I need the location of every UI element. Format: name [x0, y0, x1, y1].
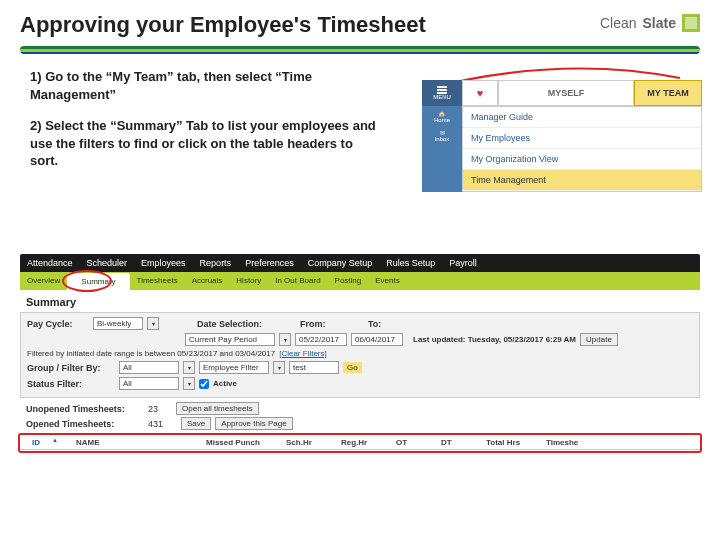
nav-menu-label: MENU — [433, 94, 451, 100]
to-date-input[interactable]: 06/04/2017 — [351, 333, 403, 346]
subtab-summary-label: Summary — [74, 273, 122, 290]
instructions: 1) Go to the “My Team” tab, then select … — [0, 54, 410, 190]
col-sch-hr[interactable]: Sch.Hr — [280, 436, 335, 449]
nav-link-org-view[interactable]: My Organization View — [463, 149, 701, 170]
brand-box-icon — [682, 14, 700, 32]
opened-value: 431 — [148, 419, 163, 429]
subtab-posting[interactable]: Posting — [328, 272, 369, 290]
nav-home[interactable]: 🏠 Home — [434, 110, 450, 123]
status-filter-select[interactable]: All — [119, 377, 179, 390]
save-button[interactable]: Save — [181, 417, 211, 430]
subtab-events[interactable]: Events — [368, 272, 406, 290]
step-2: 2) Select the “Summary” Tab to list your… — [30, 117, 380, 170]
date-selection-select[interactable]: Current Pay Period — [185, 333, 275, 346]
page-title: Approving your Employee's Timesheet — [20, 12, 700, 38]
counts-block: Unopened Timesheets: 23 Open all timeshe… — [26, 402, 694, 430]
group-filter-label: Group / Filter By: — [27, 363, 115, 373]
nav-inbox[interactable]: ✉ Inbox — [435, 129, 450, 142]
tab-scheduler[interactable]: Scheduler — [80, 254, 135, 272]
from-label: From: — [300, 319, 330, 329]
tab-rules-setup[interactable]: Rules Setup — [379, 254, 442, 272]
subtab-inoutboard[interactable]: In Out Board — [268, 272, 327, 290]
filter-text: Filtered by initiated date range is betw… — [27, 349, 275, 358]
tab-preferences[interactable]: Preferences — [238, 254, 301, 272]
col-id[interactable]: ID▲ — [20, 435, 70, 450]
nav-menu-button[interactable]: MENU — [422, 80, 462, 106]
table-header[interactable]: ID▲ NAME Missed Punch Sch.Hr Reg.Hr OT D… — [20, 434, 700, 450]
filter-panel: Pay Cycle: Bi-weekly▾ Date Selection: Fr… — [20, 312, 700, 398]
nav-inbox-label: Inbox — [435, 136, 450, 142]
tab-myteam[interactable]: MY TEAM — [634, 80, 702, 106]
chevron-down-icon[interactable]: ▾ — [147, 317, 159, 330]
subtab-summary[interactable]: Summary — [67, 273, 129, 290]
brand-logo: CleanSlate — [600, 14, 700, 32]
tab-employees[interactable]: Employees — [134, 254, 193, 272]
accent-bar — [20, 46, 700, 54]
col-total-hrs[interactable]: Total Hrs — [480, 436, 540, 449]
nav-link-manager-guide[interactable]: Manager Guide — [463, 107, 701, 128]
col-dt[interactable]: DT — [435, 436, 480, 449]
primary-tabs: Attendance Scheduler Employees Reports P… — [20, 254, 700, 272]
open-all-button[interactable]: Open all timesheets — [176, 402, 259, 415]
sort-asc-icon: ▲ — [46, 435, 64, 445]
nav-links: Manager Guide My Employees My Organizati… — [462, 106, 702, 192]
inbox-icon: ✉ — [440, 129, 445, 136]
step-1: 1) Go to the “My Team” tab, then select … — [30, 68, 380, 103]
hamburger-icon — [437, 86, 447, 88]
to-label: To: — [368, 319, 388, 329]
go-button[interactable]: Go — [343, 362, 362, 373]
nav-link-time-management[interactable]: Time Management — [463, 170, 701, 191]
subtab-timesheets[interactable]: Timesheets — [130, 272, 185, 290]
subtab-accruals[interactable]: Accruals — [185, 272, 230, 290]
employee-filter-select[interactable]: Employee Filter — [199, 361, 269, 374]
tab-reports[interactable]: Reports — [193, 254, 239, 272]
from-date-input[interactable]: 05/22/2017 — [295, 333, 347, 346]
active-label: Active — [213, 379, 237, 388]
section-heading: Summary — [26, 296, 700, 308]
active-checkbox[interactable] — [199, 379, 209, 389]
approve-page-button[interactable]: Approve this Page — [215, 417, 292, 430]
col-missed-punch[interactable]: Missed Punch — [200, 436, 280, 449]
unopened-label: Unopened Timesheets: — [26, 404, 144, 414]
pay-cycle-select[interactable]: Bi-weekly — [93, 317, 143, 330]
group-all-select[interactable]: All — [119, 361, 179, 374]
nav-link-my-employees[interactable]: My Employees — [463, 128, 701, 149]
secondary-tabs: Overview Summary Timesheets Accruals His… — [20, 272, 700, 290]
tab-attendance[interactable]: Attendance — [20, 254, 80, 272]
col-reg-hr[interactable]: Reg.Hr — [335, 436, 390, 449]
col-ot[interactable]: OT — [390, 436, 435, 449]
tab-myself[interactable]: MYSELF — [498, 80, 634, 106]
chevron-down-icon[interactable]: ▾ — [279, 333, 291, 346]
chevron-down-icon[interactable]: ▾ — [273, 361, 285, 374]
subtab-overview[interactable]: Overview — [20, 272, 67, 290]
pay-cycle-label: Pay Cycle: — [27, 319, 89, 329]
date-selection-label: Date Selection: — [197, 319, 262, 329]
nav-home-label: Home — [434, 117, 450, 123]
tab-company-setup[interactable]: Company Setup — [301, 254, 380, 272]
nav-favorite[interactable]: ♥ — [462, 80, 498, 106]
nav-screenshot: MENU ♥ MYSELF MY TEAM 🏠 Home ✉ Inbox Man… — [422, 80, 702, 192]
chevron-down-icon[interactable]: ▾ — [183, 361, 195, 374]
tab-payroll[interactable]: Payroll — [442, 254, 484, 272]
brand-text-a: Clean — [600, 15, 637, 31]
subtab-history[interactable]: History — [229, 272, 268, 290]
chevron-down-icon[interactable]: ▾ — [183, 377, 195, 390]
nav-sidebar: 🏠 Home ✉ Inbox — [422, 106, 462, 192]
clear-filters-link[interactable]: [Clear Filters] — [279, 349, 327, 358]
unopened-value: 23 — [148, 404, 158, 414]
col-name[interactable]: NAME — [70, 436, 200, 449]
col-timesheet[interactable]: Timeshe — [540, 436, 590, 449]
update-button[interactable]: Update — [580, 333, 618, 346]
brand-text-b: Slate — [643, 15, 676, 31]
filter-text-input[interactable]: test — [289, 361, 339, 374]
last-updated: Last updated: Tuesday, 05/23/2017 6:29 A… — [413, 335, 576, 344]
status-filter-label: Status Filter: — [27, 379, 115, 389]
app-screenshot: Attendance Scheduler Employees Reports P… — [20, 254, 700, 450]
opened-label: Opened Timesheets: — [26, 419, 144, 429]
home-icon: 🏠 — [438, 110, 445, 117]
